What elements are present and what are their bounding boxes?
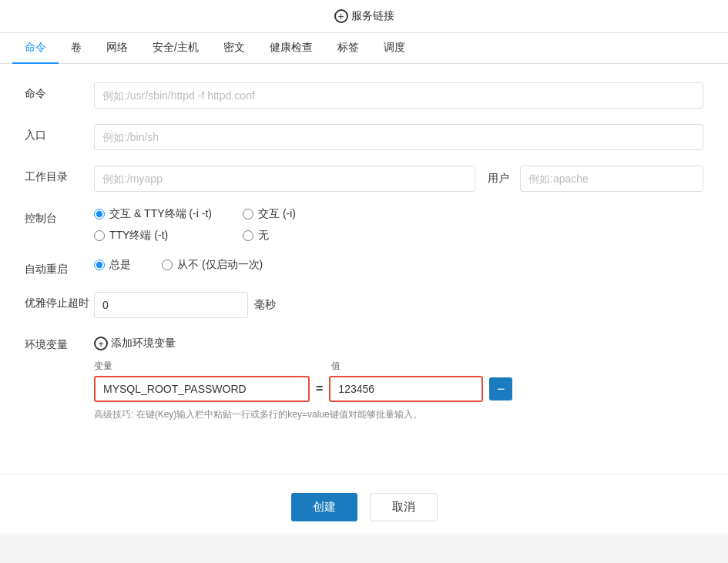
- console-option-interactive-only[interactable]: 交互 (-i): [243, 207, 296, 221]
- workdir-label: 工作目录: [25, 166, 94, 184]
- form-body: 命令 入口 工作目录 用户: [0, 64, 728, 455]
- env-hint: 高级技巧: 在键(Key)输入栏中粘贴一行或多行的key=value键值对能够批…: [94, 408, 703, 421]
- console-row: 控制台 交互 & TTY终端 (-i -t)TTY终端 (-t)交互 (-i)无: [25, 207, 703, 243]
- restart-content: 总是从不 (仅启动一次): [94, 258, 703, 272]
- entry-row: 入口: [25, 124, 703, 150]
- user-label: 用户: [488, 172, 511, 186]
- env-remove-button-0[interactable]: −: [489, 377, 512, 400]
- service-link-label: 服务链接: [351, 9, 394, 23]
- command-row: 命令: [25, 82, 703, 109]
- add-env-plus-icon: +: [94, 337, 108, 350]
- cancel-button[interactable]: 取消: [370, 493, 438, 521]
- plus-icon: +: [334, 9, 348, 23]
- top-bar: + 服务链接: [0, 0, 728, 33]
- entry-content: [94, 124, 703, 150]
- workdir-input[interactable]: [94, 166, 475, 192]
- env-content: + 添加环境变量 变量 值 =− 高级技巧: 在键(Key)输入栏中粘贴一行或多…: [94, 337, 703, 421]
- env-header-val: 值: [331, 360, 341, 373]
- timeout-input[interactable]: [94, 292, 248, 318]
- command-label: 命令: [25, 82, 94, 101]
- add-env-label: 添加环境变量: [111, 337, 176, 350]
- restart-option-never[interactable]: 从不 (仅启动一次): [162, 258, 263, 272]
- console-label-interactive-only: 交互 (-i): [258, 207, 296, 221]
- entry-label: 入口: [25, 124, 94, 142]
- console-label: 控制台: [25, 207, 94, 226]
- tab-volumes[interactable]: 卷: [59, 33, 94, 64]
- console-radio-tty-interactive[interactable]: [94, 209, 105, 220]
- tab-healthcheck[interactable]: 健康检查: [257, 33, 325, 64]
- env-header-var: 变量: [94, 360, 310, 373]
- tab-secrets[interactable]: 密文: [211, 33, 257, 64]
- env-key-input-0[interactable]: [94, 376, 310, 402]
- timeout-content: 毫秒: [94, 292, 703, 318]
- env-row: 环境变量 + 添加环境变量 变量 值 =− 高级技巧: 在键(Key)输入栏中粘…: [25, 333, 703, 421]
- console-option-tty-interactive[interactable]: 交互 & TTY终端 (-i -t): [94, 207, 212, 221]
- timeout-unit: 毫秒: [254, 298, 276, 312]
- timeout-row: 优雅停止超时 毫秒: [25, 292, 703, 318]
- console-content: 交互 & TTY终端 (-i -t)TTY终端 (-t)交互 (-i)无: [94, 207, 703, 243]
- user-input[interactable]: [520, 166, 703, 192]
- console-label-tty-interactive: 交互 & TTY终端 (-i -t): [109, 207, 212, 221]
- service-link[interactable]: + 服务链接: [334, 9, 394, 23]
- env-label: 环境变量: [25, 333, 94, 352]
- add-env-button[interactable]: + 添加环境变量: [94, 337, 176, 350]
- workdir-user-content: 用户: [94, 166, 703, 192]
- console-option-none[interactable]: 无: [243, 229, 296, 243]
- entry-input[interactable]: [94, 124, 703, 150]
- console-label-none: 无: [258, 229, 269, 243]
- restart-label-always: 总是: [109, 258, 131, 272]
- workdir-user-row: 工作目录 用户: [25, 166, 703, 192]
- restart-radio-always[interactable]: [94, 260, 105, 270]
- tab-command[interactable]: 命令: [12, 33, 59, 64]
- timeout-label: 优雅停止超时: [25, 292, 94, 310]
- env-val-input-0[interactable]: [329, 376, 483, 402]
- command-input[interactable]: [94, 82, 703, 109]
- console-label-tty-only: TTY终端 (-t): [109, 229, 168, 243]
- console-radio-none[interactable]: [243, 230, 253, 241]
- command-content: [94, 82, 703, 109]
- env-equals-0: =: [316, 382, 323, 396]
- footer: 创建 取消: [0, 474, 728, 534]
- tab-network[interactable]: 网络: [94, 33, 140, 64]
- main-container: 命令卷网络安全/主机密文健康检查标签调度 命令 入口 工作目录: [0, 33, 728, 534]
- restart-label: 自动重启: [25, 258, 94, 276]
- restart-option-always[interactable]: 总是: [94, 258, 131, 272]
- restart-label-never: 从不 (仅启动一次): [177, 258, 263, 272]
- console-radio-tty-only[interactable]: [94, 230, 105, 241]
- tab-scheduling[interactable]: 调度: [371, 33, 418, 64]
- env-row-0: =−: [94, 376, 703, 402]
- tabs-bar: 命令卷网络安全/主机密文健康检查标签调度: [0, 33, 728, 64]
- restart-radio-never[interactable]: [162, 260, 173, 270]
- tab-labels[interactable]: 标签: [325, 33, 371, 64]
- restart-row: 自动重启 总是从不 (仅启动一次): [25, 258, 703, 276]
- console-option-tty-only[interactable]: TTY终端 (-t): [94, 229, 212, 243]
- console-radio-interactive-only[interactable]: [243, 209, 253, 220]
- create-button[interactable]: 创建: [291, 493, 357, 521]
- tab-security[interactable]: 安全/主机: [140, 33, 211, 64]
